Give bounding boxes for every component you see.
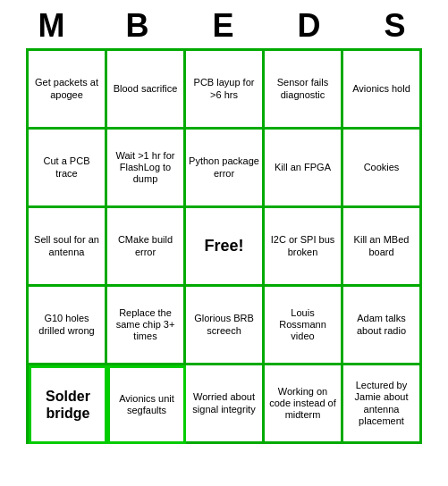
bingo-cell-6[interactable]: Wait >1 hr for FlashLog to dump [107, 130, 186, 208]
bingo-cell-20[interactable]: Solder bridge [29, 365, 107, 444]
bingo-cell-2[interactable]: PCB layup for >6 hrs [186, 51, 265, 130]
bingo-cell-15[interactable]: G10 holes drilled wrong [29, 287, 107, 365]
title-letter-d: D [271, 7, 350, 45]
bingo-cell-8[interactable]: Kill an FPGA [265, 130, 343, 208]
bingo-cell-24[interactable]: Lectured by Jamie about antenna placemen… [343, 365, 422, 444]
bingo-cell-22[interactable]: Worried about signal integrity [186, 365, 265, 444]
bingo-cell-13[interactable]: I2C or SPI bus broken [265, 208, 343, 287]
bingo-cell-3[interactable]: Sensor fails diagnostic [265, 51, 343, 130]
bingo-cell-4[interactable]: Avionics hold [343, 51, 422, 130]
bingo-cell-9[interactable]: Cookies [343, 130, 422, 208]
bingo-cell-17[interactable]: Glorious BRB screech [186, 287, 265, 365]
bingo-cell-5[interactable]: Cut a PCB trace [29, 130, 107, 208]
bingo-cell-12[interactable]: Free! [186, 208, 265, 287]
title-letter-b: B [99, 7, 178, 45]
title-letter-m: M [13, 7, 92, 45]
bingo-cell-0[interactable]: Get packets at apogee [29, 51, 107, 130]
bingo-cell-7[interactable]: Python package error [186, 130, 265, 208]
title-letter-e: E [185, 7, 264, 45]
bingo-cell-19[interactable]: Adam talks about radio [343, 287, 422, 365]
bingo-cell-14[interactable]: Kill an MBed board [343, 208, 422, 287]
title-letter-s: S [357, 7, 435, 45]
bingo-cell-21[interactable]: Avionics unit segfaults [107, 365, 186, 444]
bingo-cell-11[interactable]: CMake build error [107, 208, 186, 287]
bingo-cell-1[interactable]: Blood sacrifice [107, 51, 186, 130]
bingo-title: M B E D S [10, 0, 439, 48]
bingo-cell-23[interactable]: Working on code instead of midterm [265, 365, 343, 444]
bingo-cell-18[interactable]: Louis Rossmann video [265, 287, 343, 365]
bingo-cell-10[interactable]: Sell soul for an antenna [29, 208, 107, 287]
bingo-grid: Get packets at apogeeBlood sacrificePCB … [26, 48, 422, 444]
bingo-cell-16[interactable]: Replace the same chip 3+ times [107, 287, 186, 365]
